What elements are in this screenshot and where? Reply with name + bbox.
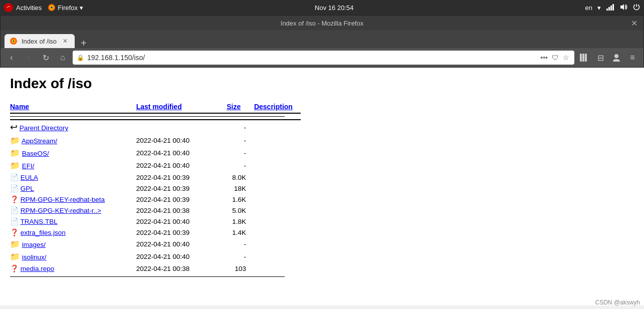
- svg-rect-12: [580, 54, 582, 62]
- file-link[interactable]: AppStream/: [22, 137, 57, 145]
- forward-button[interactable]: ›: [22, 51, 36, 65]
- file-desc-cell: [254, 194, 301, 205]
- unknown-file-icon: ❓: [10, 228, 19, 236]
- file-link[interactable]: TRANS.TBL: [21, 218, 58, 225]
- file-link[interactable]: images/: [22, 241, 46, 248]
- home-button[interactable]: ⌂: [56, 51, 70, 65]
- unknown-file-icon: ❓: [10, 264, 19, 272]
- new-tab-button[interactable]: +: [78, 38, 90, 48]
- file-modified-cell: 2022-04-21 00:40: [136, 238, 227, 250]
- text-file-icon: 📄: [10, 206, 19, 214]
- text-file-icon: 📄: [10, 173, 19, 181]
- file-name-cell: 📁 isolinux/: [10, 250, 136, 263]
- file-modified-cell: 2022-04-21 00:38: [136, 263, 227, 274]
- power-icon[interactable]: [633, 4, 640, 12]
- file-modified-cell: 2022-04-21 00:39: [136, 194, 227, 205]
- address-shield-button[interactable]: 🛡: [551, 53, 560, 63]
- unknown-file-icon: ❓: [10, 195, 19, 203]
- file-desc-cell: [254, 183, 301, 194]
- file-modified-cell: 2022-04-21 00:40: [136, 147, 227, 159]
- menu-button[interactable]: ≡: [625, 51, 639, 65]
- svg-rect-5: [608, 7, 610, 11]
- file-link[interactable]: RPM-GPG-KEY-redhat-r..>: [21, 207, 101, 214]
- file-size-cell: 1.8K: [227, 216, 254, 227]
- page-content: Index of /iso Name Last modified Size De…: [0, 68, 644, 305]
- file-link[interactable]: extra_files.json: [21, 229, 66, 236]
- file-link[interactable]: EULA: [21, 174, 38, 181]
- table-row: 📁 images/ 2022-04-21 00:40 -: [10, 238, 301, 250]
- file-modified-cell: 2022-04-21 00:39: [136, 172, 227, 183]
- browser-title: Index of /iso - Mozilla Firefox: [281, 20, 363, 27]
- tab-close-button[interactable]: ✕: [63, 38, 68, 45]
- col-header-name: Name: [10, 101, 136, 113]
- file-size-cell: -: [227, 147, 254, 159]
- address-more-button[interactable]: •••: [539, 53, 549, 63]
- file-desc-cell: [254, 159, 301, 172]
- svg-marker-8: [620, 4, 624, 10]
- file-desc-cell: [254, 216, 301, 227]
- browser-titlebar: Index of /iso - Mozilla Firefox ✕: [1, 16, 643, 30]
- file-modified-cell: 2022-04-21 00:40: [136, 159, 227, 172]
- footer-separator-row: [10, 274, 301, 279]
- table-row: ❓ media.repo 2022-04-21 00:38 103: [10, 263, 301, 274]
- file-link[interactable]: RPM-GPG-KEY-redhat-beta: [21, 196, 105, 203]
- profile-button[interactable]: [609, 51, 623, 65]
- firefox-menu-button[interactable]: Firefox ▾: [48, 4, 83, 12]
- file-desc-cell: [254, 147, 301, 159]
- back-button[interactable]: ‹: [5, 51, 19, 65]
- file-link[interactable]: isolinux/: [22, 253, 47, 261]
- col-header-size: Size: [227, 101, 254, 113]
- volume-icon[interactable]: [620, 4, 628, 12]
- file-size-cell: 18K: [227, 183, 254, 194]
- folder-icon: 📁: [10, 240, 20, 248]
- sort-by-modified-link[interactable]: Last modified: [136, 103, 182, 111]
- svg-rect-13: [582, 54, 584, 62]
- file-desc-cell: [254, 120, 301, 134]
- network-icon[interactable]: [606, 4, 615, 12]
- svg-rect-14: [585, 54, 587, 62]
- file-link[interactable]: media.repo: [21, 265, 55, 272]
- firefox-icon: [48, 4, 56, 12]
- file-link[interactable]: Parent Directory: [20, 124, 69, 132]
- file-size-cell: 1.6K: [227, 194, 254, 205]
- file-size-cell: 5.0K: [227, 205, 254, 216]
- file-desc-cell: [254, 227, 301, 238]
- file-link[interactable]: BaseOS/: [22, 150, 49, 157]
- header-separator-row: [10, 113, 301, 120]
- svg-rect-6: [610, 6, 612, 11]
- browser-close-button[interactable]: ✕: [631, 18, 637, 28]
- file-size-cell: -: [227, 238, 254, 250]
- lang-indicator[interactable]: en: [585, 4, 592, 12]
- file-link[interactable]: EFI/: [22, 162, 35, 170]
- text-file-icon: 📄: [10, 184, 19, 192]
- file-modified-cell: 2022-04-21 00:39: [136, 183, 227, 194]
- sort-by-desc-link[interactable]: Description: [254, 103, 293, 111]
- svg-rect-7: [612, 4, 614, 11]
- table-row: 📄 TRANS.TBL 2022-04-21 00:40 1.8K: [10, 216, 301, 227]
- table-row: ❓ RPM-GPG-KEY-redhat-beta 2022-04-21 00:…: [10, 194, 301, 205]
- system-bar-right: en ▾: [585, 4, 640, 12]
- active-tab[interactable]: Index of /iso ✕: [5, 34, 75, 48]
- file-desc-cell: [254, 250, 301, 263]
- table-row: 📄 EULA 2022-04-21 00:39 8.0K: [10, 172, 301, 183]
- file-modified-cell: [136, 120, 227, 134]
- file-modified-cell: 2022-04-21 00:38: [136, 205, 227, 216]
- reload-button[interactable]: ↻: [39, 51, 53, 65]
- file-desc-cell: [254, 134, 301, 147]
- library-button[interactable]: [577, 51, 591, 65]
- firefox-chevron: ▾: [80, 4, 83, 12]
- address-bar-input-wrap[interactable]: 🔒 192.168.1.150/iso/ ••• 🛡 ☆: [73, 51, 574, 65]
- sidebar-button[interactable]: ⊟: [593, 51, 607, 65]
- file-table-body: ↩ Parent Directory - 📁 AppStream/ 2022-0…: [10, 120, 301, 274]
- file-link[interactable]: GPL: [21, 185, 34, 192]
- table-row: 📁 BaseOS/ 2022-04-21 00:40 -: [10, 147, 301, 159]
- activities-button[interactable]: Activities: [4, 3, 42, 12]
- address-bookmark-button[interactable]: ☆: [562, 53, 570, 63]
- file-listing-table: Name Last modified Size Description ↩ Pa…: [10, 101, 301, 279]
- tab-label: Index of /iso: [22, 38, 57, 45]
- sort-by-size-link[interactable]: Size: [227, 103, 241, 111]
- file-name-cell: 📄 RPM-GPG-KEY-redhat-r..>: [10, 205, 136, 216]
- parent-dir-icon: ↩: [10, 122, 18, 132]
- system-bar-left: Activities Firefox ▾: [4, 3, 83, 12]
- sort-by-name-link[interactable]: Name: [10, 103, 29, 111]
